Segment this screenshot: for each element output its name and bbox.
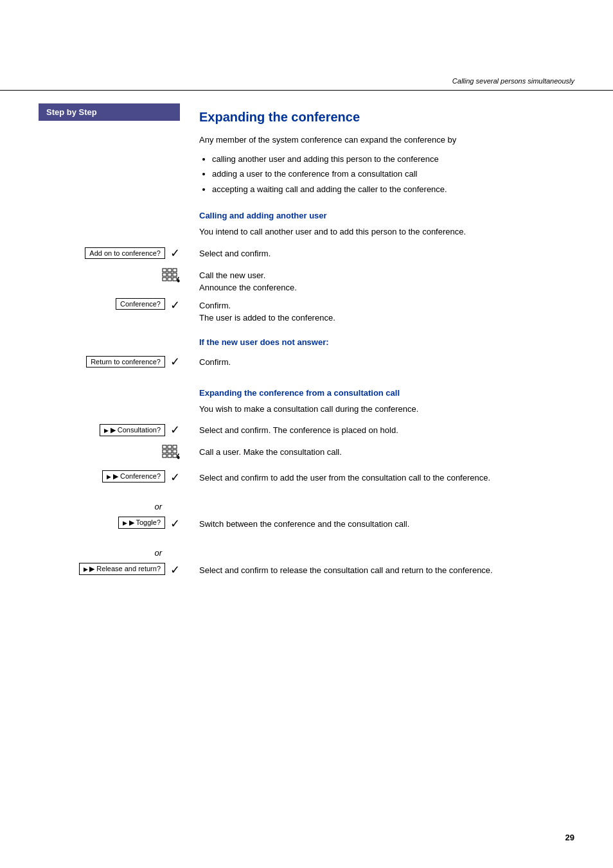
dialpad-1-desc: Call the new user.Announce the conferenc… (199, 268, 297, 294)
add-on-desc: Select and confirm. (199, 246, 271, 260)
svg-rect-11 (168, 445, 172, 448)
feature-bullets: calling another user and adding this per… (212, 153, 574, 196)
svg-rect-4 (168, 273, 172, 276)
svg-rect-7 (168, 278, 172, 281)
bullet-3: accepting a waiting call and adding the … (212, 183, 574, 196)
svg-rect-5 (173, 273, 177, 276)
step-row-conference-2: ▶ Conference? ✓ Select and confirm to ad… (39, 469, 574, 497)
return-check: ✓ (170, 355, 180, 369)
step-by-step-box: Step by Step (39, 103, 180, 121)
release-desc: Select and confirm to release the consul… (199, 563, 493, 577)
add-on-label: Add on to conference? (85, 247, 165, 259)
add-on-check: ✓ (170, 246, 180, 260)
consultation-check: ✓ (170, 423, 180, 437)
section-3-intro: You wish to make a consultation call dur… (199, 403, 574, 416)
bullet-1: calling another user and adding this per… (212, 153, 574, 166)
subsection-title-1: Calling and adding another user (199, 211, 574, 220)
svg-rect-1 (168, 269, 172, 272)
svg-rect-18 (173, 454, 177, 457)
consultation-desc: Select and confirm. The conference is pl… (199, 423, 398, 437)
conference-2-desc: Select and confirm to add the user from … (199, 470, 490, 484)
svg-rect-16 (163, 454, 166, 457)
toggle-desc: Switch between the conference and the co… (199, 517, 409, 531)
return-label: Return to conference? (86, 356, 165, 368)
step-row-dialpad-1: Call the new user.Announce the conferenc… (39, 265, 574, 294)
step-row-toggle: ▶ Toggle? ✓ Switch between the conferenc… (39, 515, 574, 544)
toggle-label: ▶ Toggle? (118, 517, 165, 529)
conference-1-label: Conference? (116, 298, 165, 310)
step-row-add-on: Add on to conference? ✓ Select and confi… (39, 244, 574, 263)
conference-1-check: ✓ (170, 298, 180, 312)
subsection-title-2: If the new user does not answer: (199, 337, 574, 347)
toggle-check: ✓ (170, 517, 180, 531)
conference-1-desc: Confirm.The user is added to the confere… (199, 298, 335, 324)
step-row-release: ▶ Release and return? ✓ Select and confi… (39, 562, 574, 594)
conference-2-label: ▶ Conference? (102, 470, 165, 483)
consultation-label: ▶ Consultation? (100, 424, 165, 436)
dialpad-icon-2 (162, 445, 180, 461)
section-main-title: Expanding the conference (199, 110, 574, 125)
svg-rect-14 (168, 450, 172, 453)
or-row-1: or (39, 500, 574, 513)
release-label: ▶ Release and return? (79, 563, 165, 575)
page-number: 29 (565, 833, 574, 842)
svg-rect-6 (163, 278, 166, 281)
or-text-2: or (154, 548, 162, 558)
section-1-intro: You intend to call another user and to a… (199, 226, 574, 238)
page-header: Calling several persons simultaneously (0, 0, 613, 91)
step-row-consultation: ▶ Consultation? ✓ Select and confirm. Th… (39, 420, 574, 439)
dialpad-icon-1 (162, 268, 180, 285)
svg-rect-0 (163, 269, 166, 272)
release-check: ✓ (170, 563, 180, 577)
or-row-2: or (39, 546, 574, 559)
svg-rect-8 (173, 278, 177, 281)
intro-paragraph: Any member of the system conference can … (199, 134, 574, 146)
dialpad-2-desc: Call a user. Make the consultation call. (199, 445, 342, 459)
bullet-2: adding a user to the conference from a c… (212, 168, 574, 181)
svg-rect-10 (163, 445, 166, 448)
step-row-dialpad-2: Call a user. Make the consultation call. (39, 442, 574, 466)
svg-rect-2 (173, 269, 177, 272)
svg-rect-13 (163, 450, 166, 453)
svg-rect-15 (173, 450, 177, 453)
svg-rect-17 (168, 454, 172, 457)
svg-rect-3 (163, 273, 166, 276)
step-row-return: Return to conference? ✓ Confirm. (39, 352, 574, 371)
conference-2-check: ✓ (170, 470, 180, 484)
return-desc: Confirm. (199, 355, 231, 369)
subsection-title-3: Expanding the conference from a consulta… (199, 388, 574, 398)
svg-rect-12 (173, 445, 177, 448)
step-row-conference-1: Conference? ✓ Confirm.The user is added … (39, 297, 574, 324)
or-text-1: or (154, 502, 162, 511)
